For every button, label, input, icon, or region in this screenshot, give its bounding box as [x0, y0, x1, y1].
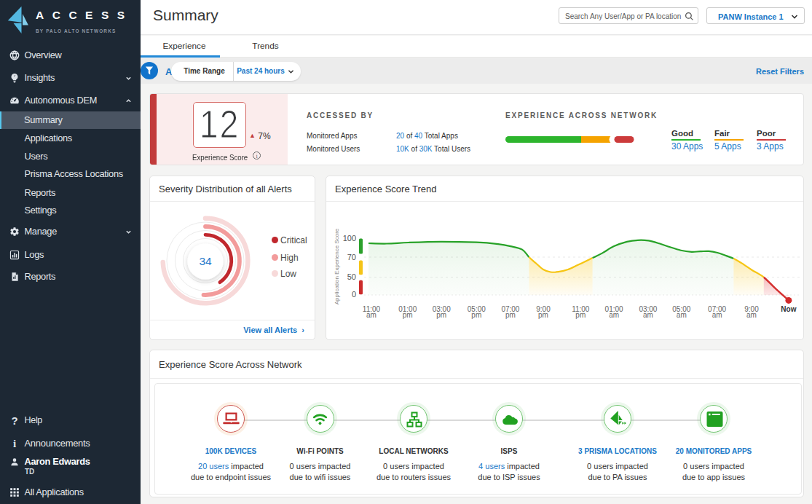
svg-text:100: 100	[343, 234, 356, 243]
svg-text:pm: pm	[471, 311, 481, 319]
svg-text:am: am	[643, 311, 653, 319]
svg-text:am: am	[366, 311, 377, 319]
svg-text:pm: pm	[538, 311, 548, 319]
svg-text:70: 70	[347, 253, 356, 261]
svg-text:am: am	[712, 311, 722, 319]
svg-text:34: 34	[199, 255, 212, 267]
svg-text:0: 0	[352, 290, 356, 299]
svg-text:pm: pm	[505, 311, 516, 319]
svg-text:am: am	[677, 311, 687, 319]
svg-text:pm: pm	[436, 311, 446, 319]
svg-text:am: am	[609, 311, 619, 319]
svg-text:Now: Now	[781, 305, 796, 313]
svg-text:Application Experience Score: Application Experience Score	[334, 228, 340, 304]
svg-text:am: am	[746, 311, 757, 319]
svg-text:pm: pm	[575, 311, 586, 319]
svg-text:pm: pm	[403, 311, 413, 319]
svg-text:50: 50	[347, 272, 356, 281]
